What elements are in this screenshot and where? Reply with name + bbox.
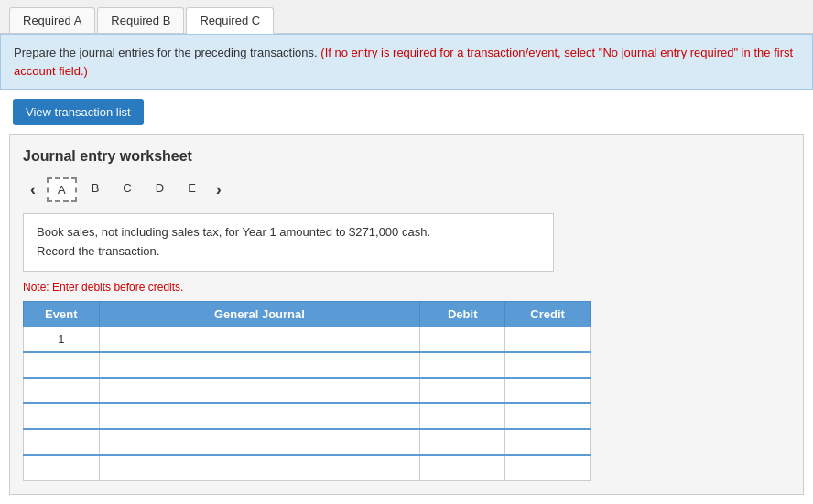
tab-required-b[interactable]: Required B: [97, 7, 184, 33]
event-cell: [24, 455, 100, 480]
journal-input[interactable]: [100, 327, 420, 352]
debit-input[interactable]: [420, 430, 504, 454]
debit-input[interactable]: [420, 353, 504, 377]
debit-cell[interactable]: [420, 455, 505, 480]
journal-cell[interactable]: [99, 327, 420, 352]
col-header-credit: Credit: [505, 301, 591, 327]
description-line-2: Record the transaction.: [37, 242, 540, 262]
event-cell: [24, 429, 100, 455]
debit-cell[interactable]: [420, 327, 505, 352]
journal-cell[interactable]: [99, 429, 420, 455]
credit-input[interactable]: [505, 456, 590, 480]
tab-bar: Required A Required B Required C: [0, 0, 813, 34]
credit-input[interactable]: [505, 379, 590, 402]
table-row: [24, 352, 591, 378]
tab-required-c[interactable]: Required C: [186, 7, 274, 34]
event-cell: [24, 403, 100, 429]
credit-cell[interactable]: [505, 403, 591, 429]
next-arrow[interactable]: ›: [209, 180, 229, 199]
journal-worksheet: Journal entry worksheet ‹ A B C D E › Bo…: [9, 134, 804, 495]
journal-cell[interactable]: [99, 352, 420, 378]
debit-cell[interactable]: [420, 378, 505, 403]
table-row: 1: [24, 327, 591, 352]
journal-input[interactable]: [100, 353, 420, 377]
debit-input[interactable]: [420, 327, 504, 352]
prev-arrow[interactable]: ‹: [23, 180, 43, 199]
letter-tab-a[interactable]: A: [47, 177, 77, 202]
letter-tab-b[interactable]: B: [82, 177, 109, 202]
table-row: [24, 378, 591, 403]
journal-cell[interactable]: [99, 403, 420, 429]
tab-required-a[interactable]: Required A: [9, 7, 95, 33]
worksheet-nav: ‹ A B C D E ›: [23, 177, 790, 202]
description-box: Book sales, not including sales tax, for…: [23, 213, 554, 272]
letter-tab-c[interactable]: C: [114, 177, 140, 202]
debit-input[interactable]: [420, 404, 504, 428]
journal-input[interactable]: [100, 430, 420, 454]
credit-cell[interactable]: [505, 429, 591, 455]
debit-input[interactable]: [420, 456, 504, 480]
event-cell: [24, 352, 100, 378]
worksheet-title: Journal entry worksheet: [23, 148, 790, 165]
letter-tabs: A B C D E: [47, 177, 205, 202]
view-transaction-button[interactable]: View transaction list: [13, 99, 144, 125]
table-row: [24, 429, 591, 455]
col-header-debit: Debit: [420, 301, 505, 327]
debit-cell[interactable]: [420, 403, 505, 429]
debit-input[interactable]: [420, 379, 504, 402]
event-cell: 1: [24, 327, 100, 352]
credit-cell[interactable]: [505, 352, 591, 378]
description-line-1: Book sales, not including sales tax, for…: [37, 223, 540, 242]
debit-cell[interactable]: [420, 429, 505, 455]
journal-cell[interactable]: [99, 455, 420, 480]
journal-input[interactable]: [100, 379, 420, 402]
letter-tab-d[interactable]: D: [146, 177, 173, 202]
col-header-journal: General Journal: [99, 301, 420, 327]
table-row: [24, 403, 591, 429]
event-cell: [24, 378, 100, 403]
credit-cell[interactable]: [505, 378, 591, 403]
col-header-event: Event: [24, 301, 100, 327]
journal-cell[interactable]: [99, 378, 420, 403]
credit-input[interactable]: [505, 430, 590, 454]
info-box: Prepare the journal entries for the prec…: [0, 34, 813, 90]
letter-tab-e[interactable]: E: [179, 177, 205, 202]
journal-input[interactable]: [100, 456, 420, 480]
journal-table: Event General Journal Debit Credit 1: [23, 301, 591, 481]
journal-input[interactable]: [100, 404, 420, 428]
credit-cell[interactable]: [505, 327, 591, 352]
info-main-text: Prepare the journal entries for the prec…: [14, 46, 320, 59]
credit-input[interactable]: [505, 327, 590, 352]
credit-input[interactable]: [505, 404, 590, 428]
debit-cell[interactable]: [420, 352, 505, 378]
credit-input[interactable]: [505, 353, 590, 377]
note-text: Note: Enter debits before credits.: [23, 281, 790, 294]
credit-cell[interactable]: [505, 455, 591, 480]
table-row: [24, 455, 591, 480]
